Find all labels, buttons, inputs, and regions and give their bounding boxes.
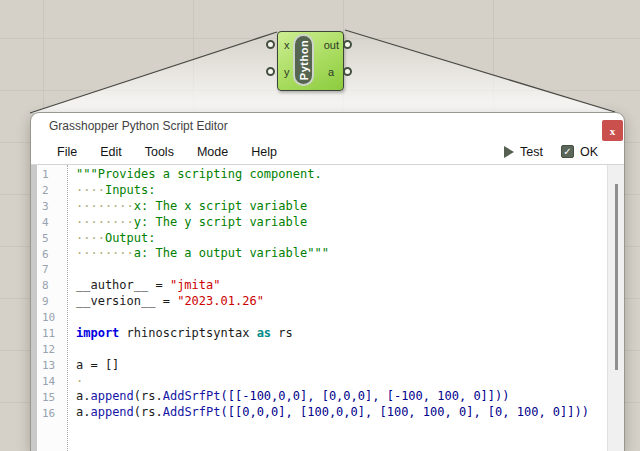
code-line[interactable]: ····Inputs: [76, 183, 607, 199]
output-port-out[interactable] [343, 40, 352, 49]
title-bar[interactable]: Grasshopper Python Script Editor x [31, 113, 624, 139]
code-line[interactable] [76, 310, 607, 326]
code-line[interactable]: ········a: The a output variable""" [76, 246, 607, 262]
line-number: 5 [42, 231, 67, 247]
menu-file[interactable]: File [49, 143, 85, 161]
line-number-gutter: 12345678910111213141516 [37, 165, 67, 451]
menu-mode[interactable]: Mode [189, 143, 236, 161]
code-line[interactable] [76, 342, 607, 358]
output-label-a: a [328, 66, 334, 78]
code-lines[interactable]: """Provides a scripting component.····In… [67, 165, 607, 451]
output-port-a[interactable] [343, 67, 352, 76]
window-title: Grasshopper Python Script Editor [49, 119, 228, 133]
code-editor[interactable]: 12345678910111213141516 """Provides a sc… [31, 164, 624, 451]
code-line[interactable] [76, 262, 607, 278]
code-line[interactable]: import rhinoscriptsyntax as rs [76, 326, 607, 342]
component-name: Python [298, 40, 310, 80]
test-button-label: Test [520, 145, 543, 159]
code-line[interactable]: · [76, 374, 607, 390]
line-number: 14 [42, 374, 67, 390]
play-icon [504, 146, 514, 158]
line-number: 12 [42, 342, 67, 358]
python-component[interactable]: x y out a Python [277, 31, 344, 91]
line-number: 13 [42, 358, 67, 374]
line-number: 8 [42, 278, 67, 294]
line-number: 16 [42, 406, 67, 422]
menu-tools[interactable]: Tools [137, 143, 182, 161]
ok-button[interactable]: ✓ OK [561, 145, 598, 159]
action-buttons: Test ✓ OK [504, 145, 624, 159]
code-line[interactable]: """Provides a scripting component. [76, 167, 607, 183]
menu-bar: File Edit Tools Mode Help Test ✓ OK [31, 139, 624, 164]
close-icon: x [610, 125, 616, 137]
output-label-out: out [324, 39, 339, 51]
ok-button-label: OK [580, 145, 598, 159]
line-number: 6 [42, 247, 67, 263]
code-line[interactable]: ········y: The y script variable [76, 215, 607, 231]
menu-edit[interactable]: Edit [92, 143, 130, 161]
line-number: 3 [42, 199, 67, 215]
line-number: 1 [42, 167, 67, 183]
line-number: 10 [42, 310, 67, 326]
line-number: 7 [42, 262, 67, 278]
close-button[interactable]: x [602, 120, 623, 141]
code-line[interactable]: ········x: The x script variable [76, 199, 607, 215]
line-number: 15 [42, 390, 67, 406]
code-line[interactable]: ····Output: [76, 231, 607, 247]
vertical-scrollbar[interactable] [607, 165, 624, 451]
code-line[interactable]: a.append(rs.AddSrfPt([[-100,0,0], [0,0,0… [76, 389, 607, 405]
code-line[interactable]: __version__ = "2023.01.26" [76, 294, 607, 310]
line-number: 4 [42, 215, 67, 231]
component-name-capsule[interactable]: Python [293, 34, 314, 86]
line-number: 2 [42, 183, 67, 199]
script-editor-window: Grasshopper Python Script Editor x File … [30, 112, 625, 451]
code-line[interactable]: a.append(rs.AddSrfPt([[0,0,0], [100,0,0]… [76, 405, 607, 421]
menu-help[interactable]: Help [243, 143, 285, 161]
input-label-x: x [284, 39, 290, 51]
input-port-y[interactable] [266, 67, 275, 76]
input-label-y: y [284, 66, 290, 78]
code-line[interactable]: a = [] [76, 358, 607, 374]
line-number: 11 [42, 326, 67, 342]
test-button[interactable]: Test [504, 145, 543, 159]
scrollbar-thumb[interactable] [615, 184, 618, 370]
grasshopper-canvas: x y out a Python Grasshopper Python Scri… [0, 0, 640, 451]
code-line[interactable]: __author__ = "jmita" [76, 278, 607, 294]
check-icon: ✓ [561, 145, 574, 158]
input-port-x[interactable] [266, 40, 275, 49]
line-number: 9 [42, 294, 67, 310]
